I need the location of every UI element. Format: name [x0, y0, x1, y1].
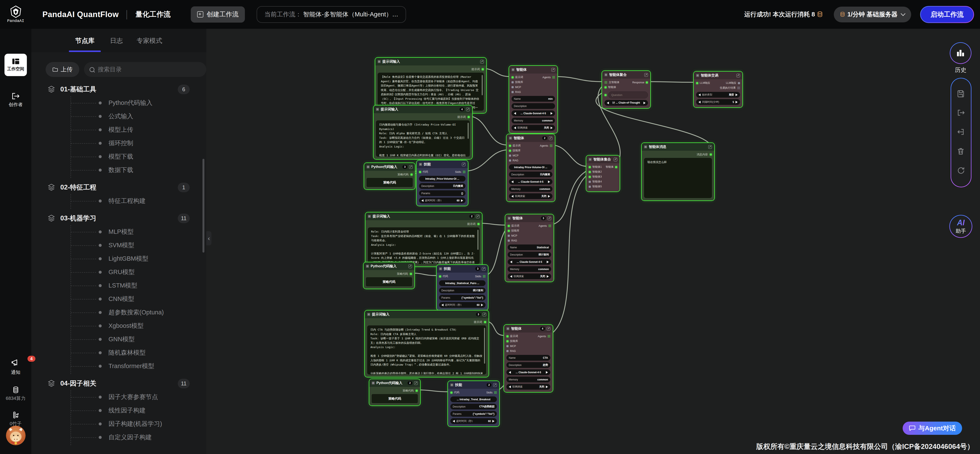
node-header[interactable]: 提示词输入3	[365, 311, 488, 318]
connected-port[interactable]	[605, 86, 606, 88]
edit-icon[interactable]	[414, 381, 418, 385]
select-field[interactable]: ... Claude-Sonnet-4-5	[509, 179, 552, 185]
edit-icon[interactable]	[476, 215, 480, 218]
trade-node[interactable]: 智能体交易LLM响应LLM响应交易执行结果标的类型期货间隔时间(分钟)5	[693, 71, 743, 108]
current-workflow-pill[interactable]: 当前工作流： 智能体-多智能体（Multi-Agent）…	[257, 6, 406, 23]
node-library-item[interactable]: Transformer模型	[71, 359, 206, 373]
node-header[interactable]: 智能体2	[507, 134, 555, 142]
node-library-item[interactable]: 模型下载	[71, 150, 206, 163]
skill-node[interactable]: 技能2代码Skills... Intraday_Trend_BreakoutDe…	[447, 381, 500, 427]
node-header[interactable]: 技能3	[437, 265, 488, 272]
start-workflow-button[interactable]: 启动工作流	[920, 6, 974, 23]
select-field[interactable]: 联网搜索关闭	[506, 384, 550, 390]
select-field[interactable]: ... Claude-Sonnet-4-5	[508, 259, 551, 265]
tab-logs[interactable]: 日志	[110, 37, 123, 45]
node-library-item[interactable]: 因子大赛参赛节点	[71, 390, 206, 404]
next-arrow-icon[interactable]	[548, 195, 550, 198]
connected-port[interactable]	[589, 171, 591, 173]
unconnected-port[interactable]	[506, 345, 509, 347]
node-header[interactable]: 智能体消息	[642, 143, 714, 151]
connected-port[interactable]	[547, 335, 550, 338]
field-pill[interactable]: NameCTA	[506, 355, 550, 361]
next-arrow-icon[interactable]	[735, 94, 738, 96]
question-input[interactable]: Question	[608, 91, 648, 99]
category-row[interactable]: 01-基础工具6	[47, 83, 206, 96]
node-header[interactable]: 技能2	[448, 381, 499, 389]
prev-arrow-icon[interactable]	[514, 112, 516, 115]
collection-node[interactable]: 智能体集合智能体1智能体智能体2智能体3智能体4智能体5	[586, 155, 620, 192]
node-library-item[interactable]: 模型上传	[71, 123, 206, 136]
aggregate-node[interactable]: 智能体聚合主智能体Response智能体Question计 ... Chain-…	[601, 70, 651, 109]
prev-arrow-icon[interactable]	[514, 127, 516, 129]
field-pill[interactable]: Intraday_Statistical_Pairs ...	[439, 280, 485, 286]
node-library-item[interactable]: LSTM模型	[71, 279, 206, 292]
connected-port[interactable]	[450, 392, 452, 393]
node-library-item[interactable]: Xgboost模型	[71, 319, 206, 333]
connected-port[interactable]	[589, 166, 591, 168]
code-input-box[interactable]: 策略代码	[367, 178, 413, 187]
select-field[interactable]: 联网搜索关闭	[509, 193, 552, 199]
field-pill[interactable]: Intraday_Price-Volume-OI ...	[419, 176, 466, 182]
node-library-item[interactable]: Python代码输入	[71, 96, 206, 110]
code-input-box[interactable]: 策略代码	[372, 394, 418, 403]
next-arrow-icon[interactable]	[550, 112, 553, 115]
unconnected-port[interactable]	[509, 159, 511, 162]
sidebar-item-creator[interactable]: 创作者	[0, 93, 31, 108]
field-pill[interactable]: Params{"symbols":"list"}	[439, 295, 485, 301]
textarea-scrollbar[interactable]	[484, 328, 485, 364]
connected-port[interactable]	[615, 166, 617, 168]
next-arrow-icon[interactable]	[481, 304, 483, 306]
prev-arrow-icon[interactable]	[698, 94, 701, 96]
skill-node[interactable]: 技能代码SkillsIntraday_Price-Volume-OI ...De…	[416, 160, 468, 206]
edit-icon[interactable]	[551, 68, 555, 72]
unconnected-port[interactable]	[512, 81, 514, 83]
edit-icon[interactable]	[409, 165, 413, 169]
node-library-item[interactable]: 特征工程构建	[71, 194, 206, 208]
connected-port[interactable]	[552, 76, 555, 79]
connected-port[interactable]	[508, 230, 510, 232]
node-library-item[interactable]: 数据下载	[71, 163, 206, 177]
upload-button[interactable]: 上传	[46, 62, 79, 77]
node-library-item[interactable]: 线性因子构建	[71, 404, 206, 417]
connected-port[interactable]	[468, 116, 470, 118]
node-library-item[interactable]: 随机森林模型	[71, 346, 206, 359]
chat-with-agent-button[interactable]: 与Agent对话	[903, 422, 962, 435]
panel-collapse-handle[interactable]: ‹	[206, 231, 212, 245]
tab-node-library[interactable]: 节点库	[75, 37, 94, 45]
next-arrow-icon[interactable]	[492, 420, 495, 422]
next-arrow-icon[interactable]	[546, 386, 548, 388]
node-header[interactable]: Python代码输入2	[369, 379, 420, 387]
prompt-node[interactable]: 提示词输入3提示词日内 CTA 与趋势跟随诊断（Intraday Trend &…	[364, 310, 489, 378]
agent-node[interactable]: 智能体3提示词Agents技能库MCPRAGNameStatisticalDes…	[505, 214, 554, 282]
unconnected-port[interactable]	[512, 86, 514, 88]
agent-node[interactable]: 智能体2提示词Agents技能库MCPRAGIntraday Price-Vol…	[506, 134, 555, 202]
connected-port[interactable]	[696, 82, 698, 84]
select-field[interactable]: 联网搜索关闭	[508, 274, 551, 279]
connected-port[interactable]	[605, 94, 606, 96]
select-field[interactable]: 间隔时间(分钟)5	[696, 99, 740, 105]
prev-arrow-icon[interactable]	[453, 420, 455, 422]
connected-port[interactable]	[415, 390, 418, 392]
field-pill[interactable]: Namemin	[512, 96, 555, 102]
connected-port[interactable]	[506, 335, 509, 338]
next-arrow-icon[interactable]	[547, 275, 549, 278]
prev-arrow-icon[interactable]	[509, 386, 511, 388]
python-node[interactable]: Python代码输入3策略代码策略代码	[364, 162, 415, 190]
prev-arrow-icon[interactable]	[511, 180, 514, 183]
connected-port[interactable]	[549, 225, 551, 227]
prev-arrow-icon[interactable]	[441, 304, 444, 306]
prev-arrow-icon[interactable]	[509, 371, 511, 374]
select-field[interactable]: 联网搜索关闭	[512, 125, 555, 131]
edit-icon[interactable]	[737, 74, 740, 77]
next-arrow-icon[interactable]	[461, 199, 463, 202]
field-pill[interactable]: Intraday Price-Volume-OI ...	[509, 164, 552, 170]
unconnected-port[interactable]	[508, 240, 510, 242]
edit-icon[interactable]	[547, 217, 551, 220]
next-arrow-icon[interactable]	[550, 127, 553, 129]
select-field[interactable]: ... Claude-Sonnet-4-5	[512, 110, 555, 116]
next-arrow-icon[interactable]	[547, 261, 549, 263]
edit-icon[interactable]	[547, 327, 550, 331]
unconnected-port[interactable]	[589, 181, 591, 183]
node-header[interactable]: Python代码输入	[364, 262, 414, 270]
connected-port[interactable]	[410, 273, 412, 275]
